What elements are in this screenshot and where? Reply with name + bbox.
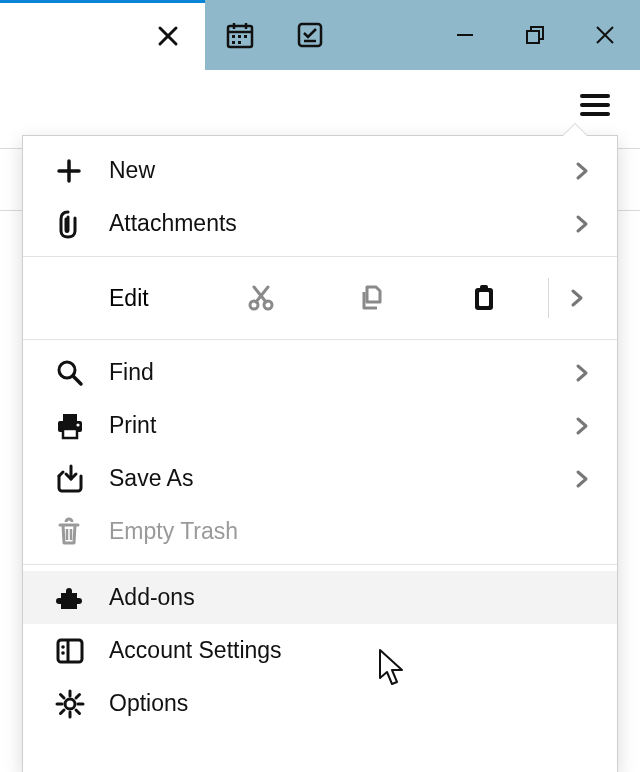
trash-icon — [55, 517, 83, 547]
menu-separator — [23, 339, 617, 340]
svg-rect-6 — [244, 35, 247, 38]
svg-line-45 — [76, 694, 80, 698]
app-menu-button[interactable] — [570, 85, 620, 125]
svg-point-38 — [65, 699, 75, 709]
svg-line-43 — [61, 694, 65, 698]
menu-item-account-settings[interactable]: Account Settings — [23, 624, 617, 677]
svg-rect-24 — [479, 292, 489, 306]
vertical-separator — [548, 278, 549, 318]
svg-rect-13 — [527, 31, 539, 43]
menu-item-label: Add-ons — [109, 584, 567, 611]
menu-item-label: New — [109, 157, 567, 184]
clipboard-icon — [470, 283, 498, 313]
chevron-right-icon — [575, 214, 589, 234]
window-minimize-button[interactable] — [430, 0, 500, 70]
menu-item-label: Save As — [109, 465, 567, 492]
svg-rect-34 — [58, 640, 82, 662]
cut-button[interactable] — [205, 283, 317, 313]
calendar-icon — [225, 20, 255, 50]
svg-rect-8 — [238, 41, 241, 44]
puzzle-icon — [55, 583, 85, 613]
plus-icon — [55, 157, 83, 185]
tasks-icon — [295, 20, 325, 50]
copy-icon — [358, 283, 388, 313]
window-maximize-button[interactable] — [500, 0, 570, 70]
paste-button[interactable] — [428, 283, 540, 313]
titlebar-right — [205, 0, 640, 70]
menu-item-print[interactable]: Print — [23, 399, 617, 452]
chevron-right-icon — [570, 288, 584, 308]
menu-item-find[interactable]: Find — [23, 346, 617, 399]
svg-rect-5 — [238, 35, 241, 38]
menu-item-save-as[interactable]: Save As — [23, 452, 617, 505]
chevron-right-icon — [575, 161, 589, 181]
svg-point-37 — [61, 651, 65, 655]
svg-rect-7 — [232, 41, 235, 44]
menu-item-label: Empty Trash — [109, 518, 567, 545]
svg-point-31 — [76, 423, 79, 426]
menu-separator — [23, 256, 617, 257]
svg-line-21 — [256, 287, 268, 302]
tasks-button[interactable] — [275, 0, 345, 70]
svg-rect-25 — [480, 285, 488, 291]
menu-arrow — [563, 124, 587, 136]
account-settings-icon — [55, 636, 85, 666]
menu-item-attachments[interactable]: Attachments — [23, 197, 617, 250]
window-titlebar — [0, 0, 640, 70]
chevron-right-icon — [575, 469, 589, 489]
save-as-icon — [55, 464, 85, 494]
menu-item-addons[interactable]: Add-ons — [23, 571, 617, 624]
scissors-icon — [246, 283, 276, 313]
menu-item-options[interactable]: Options — [23, 677, 617, 730]
close-icon — [594, 24, 616, 46]
chevron-right-icon — [575, 416, 589, 436]
svg-rect-28 — [63, 414, 77, 421]
menu-item-label: Find — [109, 359, 567, 386]
chevron-right-icon — [575, 363, 589, 383]
paperclip-icon — [55, 209, 81, 239]
hamburger-icon — [580, 93, 610, 117]
close-icon — [157, 25, 179, 47]
app-menu: New Attachments Edit — [22, 135, 618, 772]
minimize-icon — [455, 25, 475, 45]
calendar-button[interactable] — [205, 0, 275, 70]
window-close-button[interactable] — [570, 0, 640, 70]
menu-item-new[interactable]: New — [23, 144, 617, 197]
menu-item-label: Print — [109, 412, 567, 439]
menu-item-label: Options — [109, 690, 567, 717]
close-tab-button[interactable] — [150, 18, 186, 54]
printer-icon — [55, 411, 85, 441]
menu-item-empty-trash: Empty Trash — [23, 505, 617, 558]
svg-rect-30 — [63, 429, 77, 438]
menu-edit-row: Edit — [23, 263, 617, 333]
menu-item-label: Attachments — [109, 210, 567, 237]
gear-icon — [55, 689, 85, 719]
svg-line-22 — [254, 287, 266, 302]
edit-more-button[interactable] — [557, 288, 597, 308]
svg-line-46 — [61, 710, 65, 714]
svg-line-44 — [76, 710, 80, 714]
maximize-icon — [525, 25, 545, 45]
menu-item-label: Account Settings — [109, 637, 567, 664]
copy-button[interactable] — [317, 283, 429, 313]
svg-rect-4 — [232, 35, 235, 38]
menu-item-label: Edit — [55, 285, 205, 312]
svg-line-27 — [73, 376, 81, 384]
search-icon — [55, 358, 85, 388]
menu-separator — [23, 564, 617, 565]
svg-point-36 — [61, 645, 65, 649]
